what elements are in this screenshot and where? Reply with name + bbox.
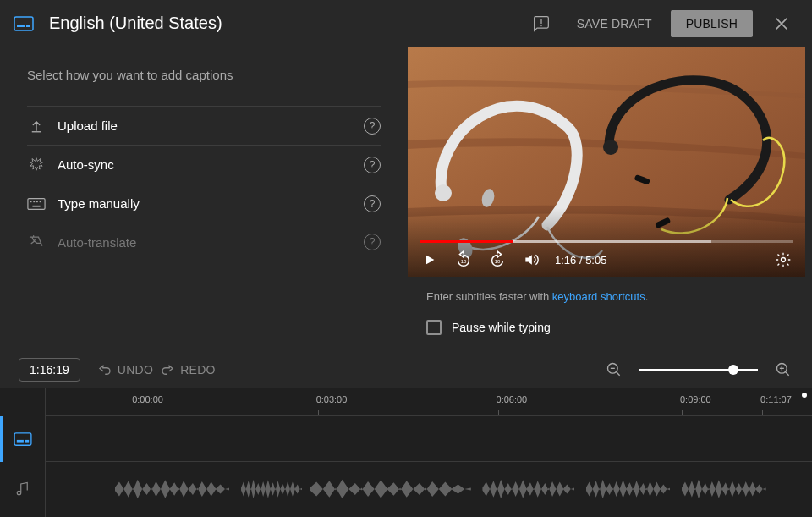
video-player[interactable]: 10 10 1:16 / 5:05 (408, 47, 805, 277)
save-draft-button[interactable]: SAVE DRAFT (565, 10, 664, 37)
timeline-tick: 0:09:00 (680, 394, 711, 404)
waveform (46, 477, 812, 501)
zoom-out-button[interactable] (604, 360, 624, 380)
timeline-body[interactable]: 0:00:000:03:000:06:000:09:000:11:07 (46, 388, 812, 517)
volume-button[interactable] (521, 250, 541, 270)
page-title: English (United States) (49, 14, 524, 33)
zoom-slider[interactable] (639, 369, 758, 371)
svg-rect-6 (28, 198, 45, 209)
header-actions: SAVE DRAFT PUBLISH (524, 7, 798, 41)
main-area: Select how you want to add captions Uplo… (0, 47, 812, 350)
waveform-segment (586, 477, 671, 501)
redo-label: REDO (180, 363, 216, 377)
video-controls: 10 10 1:16 / 5:05 (408, 243, 805, 277)
timeline-ruler[interactable]: 0:00:000:03:000:06:000:09:000:11:07 (46, 388, 812, 416)
svg-rect-31 (16, 440, 23, 443)
svg-point-22 (782, 258, 786, 262)
option-label: Auto-sync (58, 157, 364, 172)
timeline-gutter (0, 388, 46, 517)
shortcuts-link[interactable]: keyboard shortcuts (552, 290, 645, 303)
hint-suffix: . (645, 290, 649, 303)
autosync-icon (27, 156, 46, 174)
help-icon[interactable]: ? (364, 118, 381, 135)
svg-rect-8 (33, 201, 35, 202)
header-bar: English (United States) SAVE DRAFT PUBLI… (0, 0, 812, 47)
help-icon[interactable]: ? (364, 234, 381, 250)
svg-rect-32 (25, 440, 29, 443)
caption-options-panel: Select how you want to add captions Uplo… (0, 47, 408, 350)
help-icon[interactable]: ? (364, 157, 381, 173)
timeline-tick: 0:00:00 (132, 394, 163, 404)
svg-text:10: 10 (461, 259, 467, 264)
hint-prefix: Enter subtitles faster with (426, 290, 552, 303)
help-icon[interactable]: ? (364, 195, 381, 212)
timeline-tick: 0:11:07 (760, 394, 792, 404)
caption-track[interactable] (46, 416, 812, 462)
undo-redo-group: UNDO REDO (97, 362, 216, 377)
waveform-segment (482, 477, 574, 501)
option-label: Type manually (58, 196, 364, 211)
settings-button[interactable] (773, 250, 793, 270)
video-meta: Enter subtitles faster with keyboard sho… (408, 277, 812, 335)
close-button[interactable] (765, 7, 798, 41)
svg-line-24 (617, 371, 620, 375)
svg-rect-9 (36, 201, 38, 202)
keyboard-icon (27, 195, 46, 213)
svg-line-27 (786, 371, 789, 375)
translate-icon (27, 233, 46, 251)
subtitle-icon (14, 16, 34, 31)
checkbox[interactable] (426, 320, 442, 335)
caption-prompt: Select how you want to add captions (27, 68, 381, 82)
timeline-toolbar: 1:16:19 UNDO REDO (0, 350, 812, 388)
forward-10-button[interactable]: 10 (487, 250, 508, 270)
svg-rect-30 (14, 433, 31, 445)
active-track-indicator (0, 416, 3, 462)
option-upload-file[interactable]: Upload file ? (27, 106, 381, 145)
video-panel: 10 10 1:16 / 5:05 Enter subtitles faster… (408, 47, 812, 350)
option-type-manually[interactable]: Type manually ? (27, 184, 381, 223)
option-auto-translate: Auto-translate ? (27, 223, 381, 261)
feedback-icon[interactable] (524, 7, 558, 41)
waveform-segment (241, 477, 302, 501)
timecode-input[interactable]: 1:16:19 (19, 358, 80, 382)
timeline: 0:00:000:03:000:06:000:09:000:11:07 (0, 388, 812, 517)
svg-rect-11 (32, 205, 40, 206)
option-label: Upload file (58, 118, 364, 133)
publish-button[interactable]: PUBLISH (671, 10, 753, 37)
gutter-ruler-cell (0, 388, 45, 416)
option-auto-sync[interactable]: Auto-sync ? (27, 145, 381, 184)
upload-icon (27, 117, 46, 135)
waveform-segment (682, 477, 766, 501)
zoom-in-button[interactable] (773, 360, 793, 380)
svg-text:10: 10 (495, 259, 501, 264)
timeline-overflow-indicator (802, 393, 807, 398)
video-time-display: 1:16 / 5:05 (555, 254, 606, 267)
zoom-slider-thumb[interactable] (728, 365, 738, 375)
pause-label: Pause while typing (452, 321, 551, 334)
audio-track[interactable] (46, 462, 812, 516)
audio-track-icon[interactable] (0, 462, 45, 516)
svg-rect-2 (26, 25, 30, 27)
timeline-tick: 0:06:00 (497, 394, 528, 404)
svg-rect-10 (40, 201, 41, 202)
svg-rect-7 (30, 201, 32, 202)
svg-point-4 (540, 25, 541, 25)
option-label: Auto-translate (58, 235, 364, 250)
waveform-segment (310, 477, 471, 501)
undo-button[interactable]: UNDO (97, 362, 153, 377)
pause-while-typing-option[interactable]: Pause while typing (426, 320, 800, 335)
shortcuts-hint: Enter subtitles faster with keyboard sho… (426, 290, 800, 303)
rewind-10-button[interactable]: 10 (453, 250, 474, 270)
redo-button[interactable]: REDO (160, 362, 216, 377)
timeline-tick: 0:03:00 (316, 394, 348, 404)
waveform-segment (115, 477, 230, 501)
undo-label: UNDO (118, 363, 153, 377)
svg-rect-0 (14, 17, 33, 30)
svg-rect-1 (17, 25, 25, 27)
play-button[interactable] (420, 250, 440, 270)
zoom-controls (604, 360, 793, 380)
caption-track-icon[interactable] (0, 416, 45, 462)
